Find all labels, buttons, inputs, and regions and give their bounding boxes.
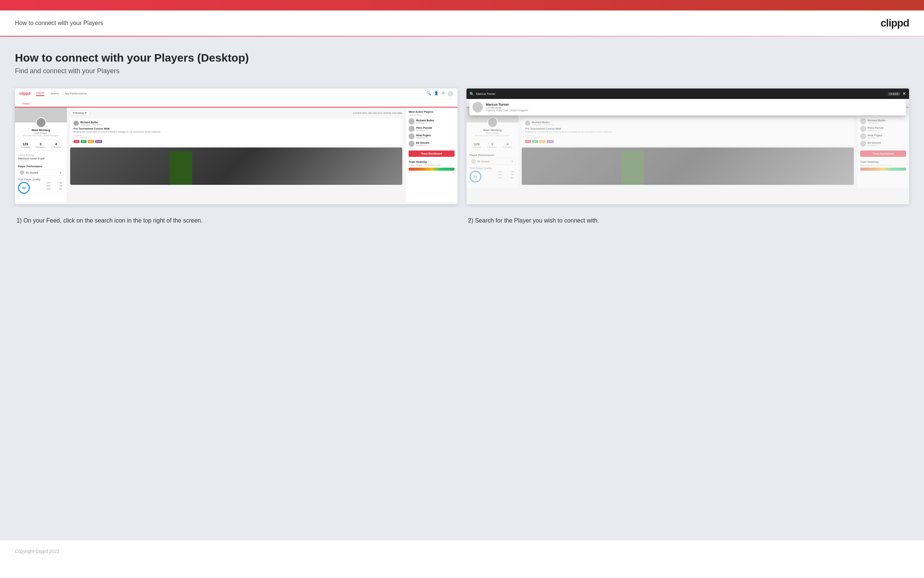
chevron-down-icon: ▼ (59, 171, 62, 174)
heatmap-title: Team Heatmap (409, 161, 455, 163)
activity-card-1: Richard Butler Yesterday · The Grove Pre… (70, 119, 402, 145)
user-icon[interactable]: 👤 (434, 91, 439, 96)
mini-nav-1: clippd Home Teams My Performance 🔍 👤 ⚙ (15, 88, 458, 99)
footer-text: Copyright Clippd 2022 (15, 549, 59, 554)
search-icon[interactable]: 🔍 (427, 91, 431, 96)
search-result-handicap: 1-5 Handicap (486, 106, 528, 109)
captions-grid: 1) On your Feed, click on the search ico… (15, 216, 909, 225)
screenshots-grid: clippd Home Teams My Performance 🔍 👤 ⚙ F… (15, 88, 909, 204)
search-result-avatar (473, 102, 483, 112)
stat-following-val: 4 (52, 142, 61, 146)
search-result-location: Cypress Point Club, United Kingdom (486, 109, 528, 112)
player-acts-3: Activities: 3 (416, 136, 430, 139)
logo-text: clippd (881, 17, 909, 29)
tag-app: APP (81, 140, 87, 143)
heatmap-label-right: +5 (452, 171, 455, 174)
list-item: Richard Butler Activities: 7 (409, 119, 455, 124)
profile-role: Golf Coach (18, 132, 64, 135)
activity-photo (70, 148, 402, 185)
nav-item-my-performance[interactable]: My Performance (65, 92, 87, 95)
player-avatar-3 (409, 133, 414, 139)
player-avatar-2 (409, 126, 414, 132)
page-title: How to connect with your Players (15, 20, 104, 26)
tab-bar-1: Feed (15, 99, 458, 107)
screenshot-2-app: clippd Home Teams My Performance 🔍 👤 ⚙ F… (466, 88, 909, 204)
top-bar (0, 0, 924, 10)
activity-desc: Walking the course with my coach to buil… (73, 131, 400, 133)
team-dashboard-button[interactable]: Team Dashboard (409, 151, 455, 157)
player-acts-2: Activities: 4 (416, 129, 432, 132)
settings-icon[interactable]: ⚙ (442, 91, 445, 96)
heatmap-label-left: -5 (409, 171, 410, 174)
search-result-info: Marcus Turner 1-5 Handicap Cypress Point… (486, 103, 528, 112)
profile-info: Blair McHarg Golf Coach Mill Ride Golf C… (18, 128, 64, 136)
profile-avatar (36, 117, 46, 128)
stat-activities-val: 129 (21, 142, 30, 146)
heatmap-labels: -5 +5 (409, 171, 455, 174)
search-result-item[interactable]: Marcus Turner 1-5 Handicap Cypress Point… (473, 102, 903, 112)
player-name-1: Richard Butler (416, 119, 434, 122)
following-button[interactable]: Following ▼ (70, 110, 89, 115)
clear-button[interactable]: CLEAR (888, 92, 900, 96)
nav-item-teams[interactable]: Teams (50, 92, 59, 95)
profile-name: Blair McHarg (18, 128, 64, 132)
activity-avatar (73, 120, 79, 126)
activity-duration: 02 hr : 00 min (73, 136, 400, 139)
player-name-4: Eli Vincent (416, 141, 430, 144)
main-content: How to connect with your Players (Deskto… (0, 37, 924, 540)
player-avatar-4 (409, 141, 414, 147)
search-input-value[interactable]: Marcus Turner (476, 92, 885, 96)
nav-item-home[interactable]: Home (36, 91, 44, 96)
activity-where: Yesterday · The Grove (80, 123, 103, 126)
list-item: Piers Parnell Activities: 4 (409, 126, 455, 132)
player-select-avatar (20, 170, 24, 175)
search-icon-overlay: 🔍 (469, 92, 474, 96)
close-button[interactable]: ✕ (902, 91, 906, 96)
photo-figure (170, 151, 192, 185)
activity-person-info: Richard Butler Yesterday · The Grove (80, 121, 103, 126)
tag-putt: PUTT (95, 140, 102, 143)
hero-subtitle: Find and connect with your Players (15, 67, 909, 75)
stat-followers-lbl: Followers (36, 146, 45, 148)
header: How to connect with your Players clippd (0, 10, 924, 36)
quality-bars: OTT 79 APP 70 ARG (46, 182, 62, 191)
logo: clippd (881, 17, 909, 29)
screenshot-1-card: clippd Home Teams My Performance 🔍 👤 ⚙ F… (15, 88, 458, 204)
mini-logo-1: clippd (19, 91, 30, 96)
search-bar: 🔍 Marcus Turner CLEAR ✕ (466, 88, 909, 99)
screenshot-2-card: clippd Home Teams My Performance 🔍 👤 ⚙ F… (466, 88, 909, 204)
stat-following: 4 Following (52, 142, 61, 148)
player-name-3: Hiral Pujara (416, 134, 430, 136)
hero-title: How to connect with your Players (Deskto… (15, 52, 909, 64)
center-panel-1: Following ▼ Control who can see your act… (67, 107, 405, 202)
footer: Copyright Clippd 2022 (0, 540, 924, 562)
tab-feed[interactable]: Feed (19, 101, 32, 107)
left-panel-1: Blair McHarg Golf Coach Mill Ride Golf C… (15, 107, 67, 202)
control-link[interactable]: Control who can see your activity and da… (353, 112, 402, 114)
search-result-dropdown: Marcus Turner 1-5 Handicap Cypress Point… (469, 99, 906, 115)
player-avatar-1 (409, 119, 414, 124)
hero-section: How to connect with your Players (Deskto… (15, 52, 909, 75)
caption-1: 1) On your Feed, click on the search ico… (15, 216, 458, 225)
bar-ott: OTT 79 (46, 182, 62, 184)
most-active-title: Most Active Players (409, 110, 455, 113)
activity-tags: OTT APP ARG PUTT (73, 140, 400, 143)
profile-banner (15, 107, 67, 122)
latest-activity-label: Latest Activity (18, 154, 64, 156)
latest-activity-name: Afternoon round of golf (18, 157, 64, 160)
profile-info-2: Blair McHarg Golf Coach Mill Ride Golf C… (469, 128, 515, 136)
profile-avatar-2 (487, 117, 498, 128)
player-select[interactable]: Eli Vincent ▼ (18, 169, 64, 176)
activity-title: Pre Tournament Course Walk (73, 127, 400, 130)
right-panel-1: Most Active Players Last 30 days Richard… (405, 107, 458, 202)
stat-following-lbl: Following (52, 146, 61, 148)
search-result-name: Marcus Turner (486, 103, 528, 106)
quality-score: 84 (18, 182, 30, 194)
player-select-name: Eli Vincent (26, 171, 38, 174)
most-active-period: Last 30 days (409, 114, 455, 116)
profile-club: Mill Ride Golf Club, United Kingdom (18, 135, 64, 136)
mini-body-2-bg: Blair McHarg Golf Coach Mill Ride Golf C… (466, 107, 909, 188)
caption-2: 2) Search for the Player you wish to con… (466, 216, 909, 225)
nav-avatar[interactable] (448, 91, 453, 96)
profile-stats: 129 Activities 3 Followers 4 Following (18, 140, 64, 151)
